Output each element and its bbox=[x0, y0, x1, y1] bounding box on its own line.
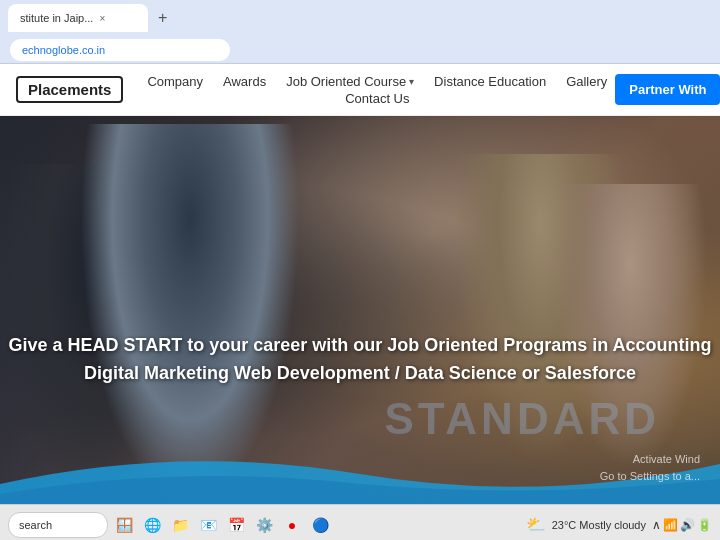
url-text: echnoglobe.co.in bbox=[22, 44, 105, 56]
address-bar-row: echnoglobe.co.in bbox=[0, 36, 720, 64]
navbar: Placements Company Awards Job Oriented C… bbox=[0, 64, 720, 116]
nav-job-oriented-label: Job Oriented Course bbox=[286, 74, 406, 89]
nav-awards[interactable]: Awards bbox=[223, 74, 266, 89]
hero-title-line1: Give a HEAD START to your career with ou… bbox=[0, 332, 720, 359]
active-tab[interactable]: stitute in Jaip... × bbox=[8, 4, 148, 32]
tray-battery: 🔋 bbox=[697, 518, 712, 532]
nav-links-row-1: Company Awards Job Oriented Course ▾ Dis… bbox=[147, 74, 607, 89]
search-placeholder: search bbox=[19, 519, 52, 531]
address-bar[interactable]: echnoglobe.co.in bbox=[10, 39, 230, 61]
nav-gallery[interactable]: Gallery bbox=[566, 74, 607, 89]
nav-distance-education[interactable]: Distance Education bbox=[434, 74, 546, 89]
taskbar-icon-edge[interactable]: 🌐 bbox=[140, 513, 164, 537]
taskbar-icon-calendar[interactable]: 📅 bbox=[224, 513, 248, 537]
activate-line2: Go to Settings to a... bbox=[600, 468, 700, 485]
nav-links-row-2: Contact Us bbox=[147, 91, 607, 106]
tray-network: 📶 bbox=[663, 518, 678, 532]
taskbar-icon-folder[interactable]: 📁 bbox=[168, 513, 192, 537]
tray-volume: 🔊 bbox=[680, 518, 695, 532]
chevron-down-icon: ▾ bbox=[409, 76, 414, 87]
nav-job-oriented[interactable]: Job Oriented Course ▾ bbox=[286, 74, 414, 89]
weather-icon: ⛅ bbox=[526, 515, 546, 534]
taskbar-search[interactable]: search bbox=[8, 512, 108, 538]
activate-windows-notice: Activate Wind Go to Settings to a... bbox=[600, 451, 700, 484]
taskbar-icon-settings[interactable]: ⚙️ bbox=[252, 513, 276, 537]
system-tray: ∧ 📶 🔊 🔋 bbox=[652, 518, 712, 532]
tab-bar: stitute in Jaip... × + bbox=[8, 4, 173, 32]
taskbar: search 🪟 🌐 📁 📧 📅 ⚙️ ● 🔵 ⛅ 23°C Mostly cl… bbox=[0, 504, 720, 540]
partner-with-button[interactable]: Partner With bbox=[615, 74, 720, 105]
hero-section: Give a HEAD START to your career with ou… bbox=[0, 116, 720, 504]
taskbar-icon-chrome[interactable]: 🔵 bbox=[308, 513, 332, 537]
new-tab-button[interactable]: + bbox=[152, 7, 173, 29]
taskbar-icon-windows[interactable]: 🪟 bbox=[112, 513, 136, 537]
activate-line1: Activate Wind bbox=[600, 451, 700, 468]
nav-company[interactable]: Company bbox=[147, 74, 203, 89]
taskbar-icon-mail[interactable]: 📧 bbox=[196, 513, 220, 537]
tab-close-button[interactable]: × bbox=[99, 13, 105, 24]
nav-contact[interactable]: Contact Us bbox=[345, 91, 409, 106]
site-logo[interactable]: Placements bbox=[16, 76, 123, 103]
browser-chrome: stitute in Jaip... × + bbox=[0, 0, 720, 36]
tab-title: stitute in Jaip... bbox=[20, 12, 93, 24]
hero-title-line2: Digital Marketing Web Development / Data… bbox=[0, 363, 720, 384]
tray-arrow[interactable]: ∧ bbox=[652, 518, 661, 532]
taskbar-icon-opera[interactable]: ● bbox=[280, 513, 304, 537]
weather-text: 23°C Mostly cloudy bbox=[552, 519, 646, 531]
nav-links: Company Awards Job Oriented Course ▾ Dis… bbox=[147, 74, 607, 106]
watermark-text: STANDARD bbox=[384, 394, 660, 444]
hero-text-block: Give a HEAD START to your career with ou… bbox=[0, 332, 720, 384]
taskbar-right: ⛅ 23°C Mostly cloudy ∧ 📶 🔊 🔋 bbox=[526, 515, 712, 534]
